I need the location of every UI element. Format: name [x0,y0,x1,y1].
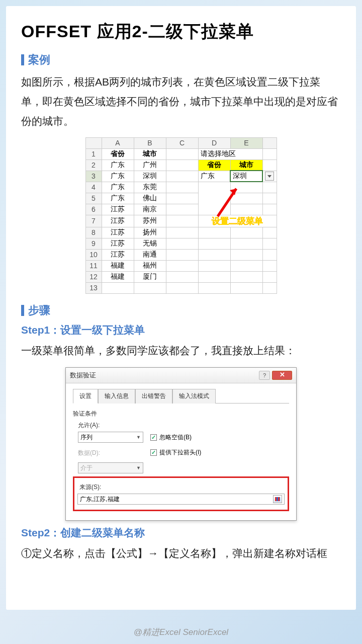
section-case: 案例 [21,52,341,67]
group-label: 验证条件 [73,410,289,418]
source-input[interactable]: 广东,江苏,福建 [77,494,285,505]
help-button[interactable]: ? [259,371,270,380]
spreadsheet: A B C D E 1省份城市请选择地区 2广东广州省份城市 3广东深圳广东深圳… [21,137,341,294]
range-selector-icon[interactable] [273,495,282,503]
close-button[interactable]: ✕ [272,371,292,380]
step1-text: 一级菜单很简单，多数同学应该都会了，我直接放上结果： [21,341,341,361]
step2-title: Step2：创建二级菜单名称 [21,526,341,540]
data-select: 介于▼ [78,462,143,473]
case-text: 如图所示，根据AB两列的城市列表，在黄色区域设置二级下拉菜单，即在黄色区域选择不… [21,72,341,131]
step2-text: ①定义名称，点击【公式】→【定义名称】，弹出新建名称对话框 [21,544,341,564]
data-label: 数据(D): [78,449,143,457]
page-title: OFFSET 应用2-二级下拉菜单 [21,20,341,43]
step1-title: Step1：设置一级下拉菜单 [21,323,341,337]
section-steps: 步骤 [21,303,341,318]
source-highlight: 来源(S): 广东,江苏,福建 [73,476,289,511]
ignore-blank-checkbox[interactable]: ✓忽略空值(B) [150,433,192,442]
tab-settings[interactable]: 设置 [73,389,98,404]
tab-ime[interactable]: 输入法模式 [172,389,216,404]
source-label: 来源(S): [79,483,285,492]
tab-input-msg[interactable]: 输入信息 [98,389,135,404]
tab-error[interactable]: 出错警告 [135,389,172,404]
dropdown-arrow-checkbox[interactable]: ✓提供下拉箭头(I) [150,448,201,457]
dropdown-cell[interactable]: 深圳 [230,171,262,182]
footer: @精进Excel SeniorExcel [0,626,362,638]
allow-select[interactable]: 序列▼ [78,432,143,443]
allow-label: 允许(A): [78,421,289,430]
dropdown-button[interactable] [265,172,274,181]
data-validation-dialog: 数据验证 ? ✕ 设置 输入信息 出错警告 输入法模式 验证条件 允许(A): … [65,367,297,521]
dialog-title: 数据验证 [70,371,96,380]
